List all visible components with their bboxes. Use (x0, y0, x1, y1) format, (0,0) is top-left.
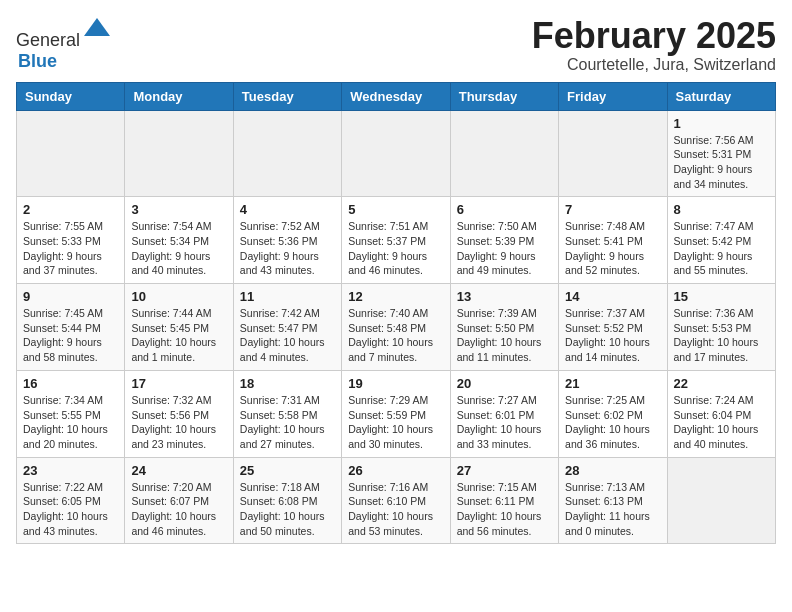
day-number: 8 (674, 202, 769, 217)
calendar-week-row: 16Sunrise: 7:34 AM Sunset: 5:55 PM Dayli… (17, 370, 776, 457)
calendar-cell (667, 457, 775, 544)
calendar-cell: 27Sunrise: 7:15 AM Sunset: 6:11 PM Dayli… (450, 457, 558, 544)
calendar-header: SundayMondayTuesdayWednesdayThursdayFrid… (17, 82, 776, 110)
weekday-header: Monday (125, 82, 233, 110)
calendar-cell: 3Sunrise: 7:54 AM Sunset: 5:34 PM Daylig… (125, 197, 233, 284)
day-info: Sunrise: 7:34 AM Sunset: 5:55 PM Dayligh… (23, 393, 118, 452)
day-number: 3 (131, 202, 226, 217)
calendar-week-row: 9Sunrise: 7:45 AM Sunset: 5:44 PM Daylig… (17, 284, 776, 371)
month-title: February 2025 (532, 16, 776, 56)
svg-marker-0 (84, 18, 110, 36)
day-info: Sunrise: 7:42 AM Sunset: 5:47 PM Dayligh… (240, 306, 335, 365)
title-block: February 2025 Courtetelle, Jura, Switzer… (532, 16, 776, 74)
day-info: Sunrise: 7:52 AM Sunset: 5:36 PM Dayligh… (240, 219, 335, 278)
calendar-cell: 22Sunrise: 7:24 AM Sunset: 6:04 PM Dayli… (667, 370, 775, 457)
calendar-cell: 12Sunrise: 7:40 AM Sunset: 5:48 PM Dayli… (342, 284, 450, 371)
day-info: Sunrise: 7:37 AM Sunset: 5:52 PM Dayligh… (565, 306, 660, 365)
day-number: 25 (240, 463, 335, 478)
weekday-row: SundayMondayTuesdayWednesdayThursdayFrid… (17, 82, 776, 110)
day-info: Sunrise: 7:45 AM Sunset: 5:44 PM Dayligh… (23, 306, 118, 365)
calendar-cell: 24Sunrise: 7:20 AM Sunset: 6:07 PM Dayli… (125, 457, 233, 544)
day-number: 17 (131, 376, 226, 391)
day-number: 4 (240, 202, 335, 217)
day-info: Sunrise: 7:29 AM Sunset: 5:59 PM Dayligh… (348, 393, 443, 452)
day-number: 1 (674, 116, 769, 131)
day-number: 9 (23, 289, 118, 304)
day-number: 19 (348, 376, 443, 391)
calendar-cell: 17Sunrise: 7:32 AM Sunset: 5:56 PM Dayli… (125, 370, 233, 457)
calendar-cell: 21Sunrise: 7:25 AM Sunset: 6:02 PM Dayli… (559, 370, 667, 457)
day-info: Sunrise: 7:39 AM Sunset: 5:50 PM Dayligh… (457, 306, 552, 365)
logo-general: General (16, 30, 80, 50)
day-number: 12 (348, 289, 443, 304)
day-number: 26 (348, 463, 443, 478)
calendar-cell (17, 110, 125, 197)
weekday-header: Thursday (450, 82, 558, 110)
day-info: Sunrise: 7:32 AM Sunset: 5:56 PM Dayligh… (131, 393, 226, 452)
weekday-header: Friday (559, 82, 667, 110)
day-number: 18 (240, 376, 335, 391)
day-info: Sunrise: 7:36 AM Sunset: 5:53 PM Dayligh… (674, 306, 769, 365)
location: Courtetelle, Jura, Switzerland (532, 56, 776, 74)
calendar-cell: 23Sunrise: 7:22 AM Sunset: 6:05 PM Dayli… (17, 457, 125, 544)
day-info: Sunrise: 7:55 AM Sunset: 5:33 PM Dayligh… (23, 219, 118, 278)
day-info: Sunrise: 7:40 AM Sunset: 5:48 PM Dayligh… (348, 306, 443, 365)
day-info: Sunrise: 7:47 AM Sunset: 5:42 PM Dayligh… (674, 219, 769, 278)
calendar-cell: 26Sunrise: 7:16 AM Sunset: 6:10 PM Dayli… (342, 457, 450, 544)
calendar-cell: 9Sunrise: 7:45 AM Sunset: 5:44 PM Daylig… (17, 284, 125, 371)
day-info: Sunrise: 7:54 AM Sunset: 5:34 PM Dayligh… (131, 219, 226, 278)
day-number: 15 (674, 289, 769, 304)
day-info: Sunrise: 7:22 AM Sunset: 6:05 PM Dayligh… (23, 480, 118, 539)
page-header: General Blue February 2025 Courtetelle, … (16, 16, 776, 74)
day-number: 13 (457, 289, 552, 304)
calendar-cell: 8Sunrise: 7:47 AM Sunset: 5:42 PM Daylig… (667, 197, 775, 284)
day-number: 21 (565, 376, 660, 391)
calendar-week-row: 2Sunrise: 7:55 AM Sunset: 5:33 PM Daylig… (17, 197, 776, 284)
calendar-cell (342, 110, 450, 197)
day-number: 14 (565, 289, 660, 304)
day-number: 27 (457, 463, 552, 478)
day-number: 20 (457, 376, 552, 391)
calendar-cell: 18Sunrise: 7:31 AM Sunset: 5:58 PM Dayli… (233, 370, 341, 457)
day-info: Sunrise: 7:25 AM Sunset: 6:02 PM Dayligh… (565, 393, 660, 452)
weekday-header: Sunday (17, 82, 125, 110)
calendar-cell: 19Sunrise: 7:29 AM Sunset: 5:59 PM Dayli… (342, 370, 450, 457)
weekday-header: Tuesday (233, 82, 341, 110)
day-info: Sunrise: 7:50 AM Sunset: 5:39 PM Dayligh… (457, 219, 552, 278)
weekday-header: Saturday (667, 82, 775, 110)
day-info: Sunrise: 7:48 AM Sunset: 5:41 PM Dayligh… (565, 219, 660, 278)
calendar-cell: 16Sunrise: 7:34 AM Sunset: 5:55 PM Dayli… (17, 370, 125, 457)
day-info: Sunrise: 7:56 AM Sunset: 5:31 PM Dayligh… (674, 133, 769, 192)
day-number: 7 (565, 202, 660, 217)
day-number: 24 (131, 463, 226, 478)
day-info: Sunrise: 7:44 AM Sunset: 5:45 PM Dayligh… (131, 306, 226, 365)
day-info: Sunrise: 7:16 AM Sunset: 6:10 PM Dayligh… (348, 480, 443, 539)
weekday-header: Wednesday (342, 82, 450, 110)
calendar-table: SundayMondayTuesdayWednesdayThursdayFrid… (16, 82, 776, 545)
day-number: 11 (240, 289, 335, 304)
day-number: 6 (457, 202, 552, 217)
calendar-week-row: 1Sunrise: 7:56 AM Sunset: 5:31 PM Daylig… (17, 110, 776, 197)
day-info: Sunrise: 7:15 AM Sunset: 6:11 PM Dayligh… (457, 480, 552, 539)
calendar-cell: 28Sunrise: 7:13 AM Sunset: 6:13 PM Dayli… (559, 457, 667, 544)
calendar-cell: 5Sunrise: 7:51 AM Sunset: 5:37 PM Daylig… (342, 197, 450, 284)
logo: General Blue (16, 16, 112, 72)
day-number: 2 (23, 202, 118, 217)
logo-icon (82, 16, 112, 46)
day-info: Sunrise: 7:18 AM Sunset: 6:08 PM Dayligh… (240, 480, 335, 539)
calendar-cell: 13Sunrise: 7:39 AM Sunset: 5:50 PM Dayli… (450, 284, 558, 371)
calendar-cell: 25Sunrise: 7:18 AM Sunset: 6:08 PM Dayli… (233, 457, 341, 544)
calendar-body: 1Sunrise: 7:56 AM Sunset: 5:31 PM Daylig… (17, 110, 776, 544)
day-number: 28 (565, 463, 660, 478)
calendar-cell: 2Sunrise: 7:55 AM Sunset: 5:33 PM Daylig… (17, 197, 125, 284)
day-info: Sunrise: 7:24 AM Sunset: 6:04 PM Dayligh… (674, 393, 769, 452)
calendar-cell: 11Sunrise: 7:42 AM Sunset: 5:47 PM Dayli… (233, 284, 341, 371)
calendar-week-row: 23Sunrise: 7:22 AM Sunset: 6:05 PM Dayli… (17, 457, 776, 544)
day-info: Sunrise: 7:20 AM Sunset: 6:07 PM Dayligh… (131, 480, 226, 539)
calendar-cell: 20Sunrise: 7:27 AM Sunset: 6:01 PM Dayli… (450, 370, 558, 457)
day-number: 22 (674, 376, 769, 391)
calendar-cell: 7Sunrise: 7:48 AM Sunset: 5:41 PM Daylig… (559, 197, 667, 284)
calendar-cell (450, 110, 558, 197)
calendar-cell (125, 110, 233, 197)
day-info: Sunrise: 7:27 AM Sunset: 6:01 PM Dayligh… (457, 393, 552, 452)
